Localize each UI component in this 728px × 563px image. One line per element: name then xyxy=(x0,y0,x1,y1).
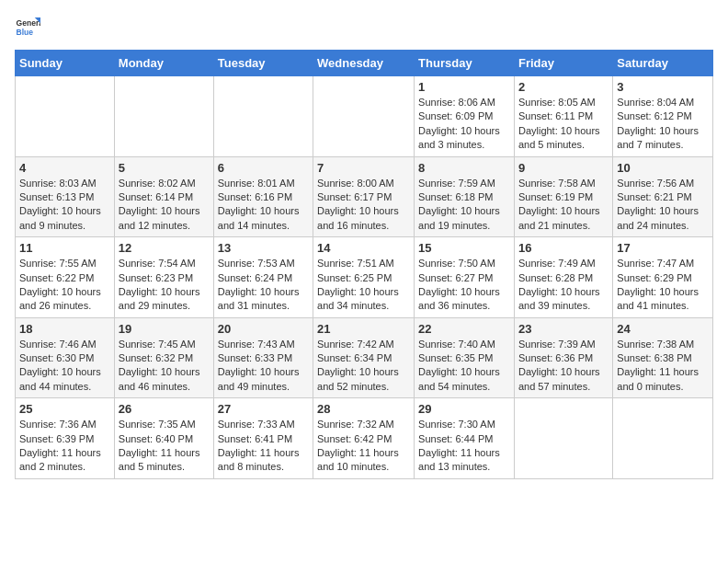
calendar-cell: 7Sunrise: 8:00 AM Sunset: 6:17 PM Daylig… xyxy=(313,156,415,237)
day-info: Sunrise: 7:42 AM Sunset: 6:34 PM Dayligh… xyxy=(317,338,410,395)
calendar-cell xyxy=(313,76,415,157)
day-info: Sunrise: 8:04 AM Sunset: 6:12 PM Dayligh… xyxy=(617,96,709,153)
day-info: Sunrise: 7:39 AM Sunset: 6:36 PM Dayligh… xyxy=(518,338,609,395)
day-info: Sunrise: 8:03 AM Sunset: 6:13 PM Dayligh… xyxy=(19,177,110,234)
day-number: 25 xyxy=(19,402,110,416)
day-info: Sunrise: 7:32 AM Sunset: 6:42 PM Dayligh… xyxy=(317,418,410,475)
day-info: Sunrise: 7:53 AM Sunset: 6:24 PM Dayligh… xyxy=(218,257,309,314)
day-number: 28 xyxy=(317,402,410,416)
page-header: General Blue xyxy=(15,15,713,40)
calendar-cell xyxy=(114,76,213,157)
header-saturday: Saturday xyxy=(613,51,713,76)
day-number: 22 xyxy=(418,322,510,336)
logo: General Blue xyxy=(15,15,40,40)
header-thursday: Thursday xyxy=(415,51,515,76)
calendar-cell: 21Sunrise: 7:42 AM Sunset: 6:34 PM Dayli… xyxy=(313,317,415,398)
day-number: 2 xyxy=(518,80,609,94)
day-info: Sunrise: 7:51 AM Sunset: 6:25 PM Dayligh… xyxy=(317,257,410,314)
day-info: Sunrise: 7:46 AM Sunset: 6:30 PM Dayligh… xyxy=(19,338,110,395)
week-row-4: 18Sunrise: 7:46 AM Sunset: 6:30 PM Dayli… xyxy=(16,317,713,398)
day-number: 11 xyxy=(19,241,110,255)
day-number: 15 xyxy=(418,241,510,255)
day-info: Sunrise: 7:38 AM Sunset: 6:38 PM Dayligh… xyxy=(617,338,709,395)
calendar-cell: 22Sunrise: 7:40 AM Sunset: 6:35 PM Dayli… xyxy=(415,317,515,398)
week-row-1: 1Sunrise: 8:06 AM Sunset: 6:09 PM Daylig… xyxy=(16,76,713,157)
calendar-cell: 25Sunrise: 7:36 AM Sunset: 6:39 PM Dayli… xyxy=(16,398,115,479)
day-number: 1 xyxy=(418,80,510,94)
header-sunday: Sunday xyxy=(16,51,115,76)
day-number: 24 xyxy=(617,322,709,336)
calendar-cell xyxy=(16,76,115,157)
day-info: Sunrise: 7:55 AM Sunset: 6:22 PM Dayligh… xyxy=(19,257,110,314)
day-info: Sunrise: 8:06 AM Sunset: 6:09 PM Dayligh… xyxy=(418,96,510,153)
day-info: Sunrise: 7:30 AM Sunset: 6:44 PM Dayligh… xyxy=(418,418,510,475)
calendar-cell xyxy=(213,76,313,157)
calendar-cell: 15Sunrise: 7:50 AM Sunset: 6:27 PM Dayli… xyxy=(415,237,515,318)
day-number: 7 xyxy=(317,161,410,175)
calendar-cell: 17Sunrise: 7:47 AM Sunset: 6:29 PM Dayli… xyxy=(613,237,713,318)
calendar-cell xyxy=(613,398,713,479)
calendar-cell: 11Sunrise: 7:55 AM Sunset: 6:22 PM Dayli… xyxy=(16,237,115,318)
day-info: Sunrise: 8:05 AM Sunset: 6:11 PM Dayligh… xyxy=(518,96,609,153)
calendar-cell: 2Sunrise: 8:05 AM Sunset: 6:11 PM Daylig… xyxy=(514,76,612,157)
day-info: Sunrise: 8:00 AM Sunset: 6:17 PM Dayligh… xyxy=(317,177,410,234)
week-row-3: 11Sunrise: 7:55 AM Sunset: 6:22 PM Dayli… xyxy=(16,237,713,318)
header-tuesday: Tuesday xyxy=(213,51,313,76)
calendar-cell: 13Sunrise: 7:53 AM Sunset: 6:24 PM Dayli… xyxy=(213,237,313,318)
calendar-cell: 29Sunrise: 7:30 AM Sunset: 6:44 PM Dayli… xyxy=(415,398,515,479)
calendar-cell: 14Sunrise: 7:51 AM Sunset: 6:25 PM Dayli… xyxy=(313,237,415,318)
day-number: 5 xyxy=(119,161,210,175)
day-number: 10 xyxy=(617,161,709,175)
day-number: 8 xyxy=(418,161,510,175)
day-info: Sunrise: 7:43 AM Sunset: 6:33 PM Dayligh… xyxy=(218,338,309,395)
day-number: 29 xyxy=(418,402,510,416)
calendar-cell: 23Sunrise: 7:39 AM Sunset: 6:36 PM Dayli… xyxy=(514,317,612,398)
day-number: 19 xyxy=(119,322,210,336)
day-info: Sunrise: 8:02 AM Sunset: 6:14 PM Dayligh… xyxy=(119,177,210,234)
header-monday: Monday xyxy=(114,51,213,76)
day-info: Sunrise: 7:35 AM Sunset: 6:40 PM Dayligh… xyxy=(119,418,210,475)
day-info: Sunrise: 7:33 AM Sunset: 6:41 PM Dayligh… xyxy=(218,418,309,475)
day-number: 12 xyxy=(119,241,210,255)
header-row: SundayMondayTuesdayWednesdayThursdayFrid… xyxy=(16,51,713,76)
svg-text:Blue: Blue xyxy=(17,28,34,37)
calendar-cell: 18Sunrise: 7:46 AM Sunset: 6:30 PM Dayli… xyxy=(16,317,115,398)
day-number: 3 xyxy=(617,80,709,94)
day-info: Sunrise: 7:54 AM Sunset: 6:23 PM Dayligh… xyxy=(119,257,210,314)
day-number: 23 xyxy=(518,322,609,336)
day-info: Sunrise: 7:50 AM Sunset: 6:27 PM Dayligh… xyxy=(418,257,510,314)
calendar-cell: 27Sunrise: 7:33 AM Sunset: 6:41 PM Dayli… xyxy=(213,398,313,479)
day-number: 18 xyxy=(19,322,110,336)
calendar-cell: 19Sunrise: 7:45 AM Sunset: 6:32 PM Dayli… xyxy=(114,317,213,398)
day-number: 13 xyxy=(218,241,309,255)
week-row-2: 4Sunrise: 8:03 AM Sunset: 6:13 PM Daylig… xyxy=(16,156,713,237)
day-number: 4 xyxy=(19,161,110,175)
calendar-cell xyxy=(514,398,612,479)
day-number: 6 xyxy=(218,161,309,175)
day-number: 17 xyxy=(617,241,709,255)
day-info: Sunrise: 7:36 AM Sunset: 6:39 PM Dayligh… xyxy=(19,418,110,475)
svg-text:General: General xyxy=(17,18,40,28)
day-info: Sunrise: 7:49 AM Sunset: 6:28 PM Dayligh… xyxy=(518,257,609,314)
day-number: 16 xyxy=(518,241,609,255)
calendar-cell: 10Sunrise: 7:56 AM Sunset: 6:21 PM Dayli… xyxy=(613,156,713,237)
header-friday: Friday xyxy=(514,51,612,76)
calendar-cell: 26Sunrise: 7:35 AM Sunset: 6:40 PM Dayli… xyxy=(114,398,213,479)
day-info: Sunrise: 8:01 AM Sunset: 6:16 PM Dayligh… xyxy=(218,177,309,234)
day-info: Sunrise: 7:58 AM Sunset: 6:19 PM Dayligh… xyxy=(518,177,609,234)
calendar-table: SundayMondayTuesdayWednesdayThursdayFrid… xyxy=(15,50,713,479)
day-number: 14 xyxy=(317,241,410,255)
day-info: Sunrise: 7:59 AM Sunset: 6:18 PM Dayligh… xyxy=(418,177,510,234)
calendar-cell: 4Sunrise: 8:03 AM Sunset: 6:13 PM Daylig… xyxy=(16,156,115,237)
calendar-cell: 9Sunrise: 7:58 AM Sunset: 6:19 PM Daylig… xyxy=(514,156,612,237)
day-info: Sunrise: 7:47 AM Sunset: 6:29 PM Dayligh… xyxy=(617,257,709,314)
calendar-cell: 5Sunrise: 8:02 AM Sunset: 6:14 PM Daylig… xyxy=(114,156,213,237)
header-wednesday: Wednesday xyxy=(313,51,415,76)
calendar-cell: 1Sunrise: 8:06 AM Sunset: 6:09 PM Daylig… xyxy=(415,76,515,157)
day-number: 9 xyxy=(518,161,609,175)
week-row-5: 25Sunrise: 7:36 AM Sunset: 6:39 PM Dayli… xyxy=(16,398,713,479)
logo-icon: General Blue xyxy=(15,15,40,40)
calendar-cell: 28Sunrise: 7:32 AM Sunset: 6:42 PM Dayli… xyxy=(313,398,415,479)
day-info: Sunrise: 7:40 AM Sunset: 6:35 PM Dayligh… xyxy=(418,338,510,395)
day-info: Sunrise: 7:56 AM Sunset: 6:21 PM Dayligh… xyxy=(617,177,709,234)
